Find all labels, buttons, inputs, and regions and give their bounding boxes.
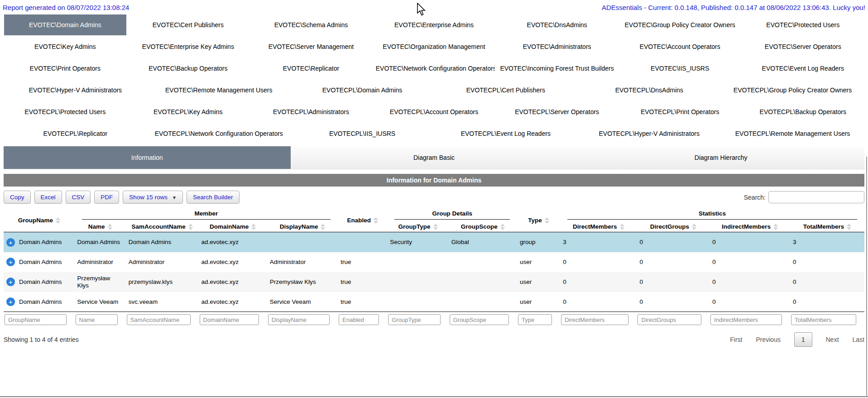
- filter-input-type[interactable]: [518, 314, 552, 325]
- column-header-samaccountname[interactable]: SamAccountName: [126, 221, 199, 232]
- group-tab[interactable]: EVOTECPL\Protected Users: [4, 101, 126, 122]
- group-tab[interactable]: EVOTECPL\Cert Publishers: [434, 80, 577, 101]
- copy-button[interactable]: Copy: [4, 191, 31, 204]
- search-builder-button[interactable]: Search Builder: [187, 191, 240, 204]
- table-row[interactable]: +Domain AdminsService Veeamsvc.veeamad.e…: [4, 292, 864, 312]
- pagination-last[interactable]: Last: [853, 336, 864, 343]
- group-tab[interactable]: EVOTEC\Hyper-V Administrators: [4, 80, 147, 101]
- column-header-grouptype[interactable]: GroupType: [387, 221, 448, 232]
- sort-icon[interactable]: [188, 224, 193, 230]
- filter-input-groupscope[interactable]: [450, 314, 509, 325]
- pagination-next[interactable]: Next: [826, 336, 839, 343]
- column-header-enabled[interactable]: Enabled: [338, 208, 387, 232]
- group-tab[interactable]: EVOTEC\Enterprise Admins: [373, 14, 495, 35]
- filter-input-totalmembers[interactable]: [791, 314, 856, 325]
- group-tab[interactable]: EVOTEC\DnsAdmins: [496, 14, 618, 35]
- sort-icon[interactable]: [56, 217, 60, 224]
- tab-diagram-basic[interactable]: Diagram Basic: [291, 146, 578, 169]
- group-tab[interactable]: EVOTECPL\Remote Management Users: [721, 123, 864, 144]
- column-header-directgroups[interactable]: DirectGroups: [637, 221, 710, 232]
- group-tab[interactable]: EVOTEC\Key Admins: [4, 36, 126, 57]
- group-tab[interactable]: EVOTEC\Organization Management: [373, 36, 495, 57]
- group-tab[interactable]: EVOTEC\Administrators: [496, 36, 618, 57]
- group-tab[interactable]: EVOTECPL\IIS_IUSRS: [291, 123, 434, 144]
- column-header-displayname[interactable]: DisplayName: [267, 221, 338, 232]
- excel-button[interactable]: Excel: [34, 191, 62, 204]
- group-tab[interactable]: EVOTECPL\Hyper-V Administrators: [578, 123, 720, 144]
- sort-icon[interactable]: [374, 217, 378, 224]
- pdf-button[interactable]: PDF: [94, 191, 119, 204]
- filter-input-groupname[interactable]: [5, 314, 67, 325]
- group-tab[interactable]: EVOTECPL\Network Configuration Operators: [148, 123, 290, 144]
- sort-icon[interactable]: [620, 224, 624, 230]
- column-header-totalmembers[interactable]: TotalMembers: [790, 221, 864, 232]
- expand-row-icon[interactable]: +: [6, 278, 15, 286]
- filter-input-enabled[interactable]: [339, 314, 379, 325]
- group-tab[interactable]: EVOTEC\Remote Management Users: [148, 80, 290, 101]
- group-tab[interactable]: EVOTECPL\Server Operators: [496, 101, 618, 122]
- group-tab[interactable]: EVOTECPL\DnsAdmins: [578, 80, 720, 101]
- filter-input-samaccountname[interactable]: [127, 314, 191, 325]
- group-tab[interactable]: EVOTEC\Enterprise Key Admins: [127, 36, 249, 57]
- sort-icon[interactable]: [108, 224, 112, 230]
- group-tab[interactable]: EVOTECPL\Event Log Readers: [434, 123, 577, 144]
- csv-button[interactable]: CSV: [66, 191, 91, 204]
- group-tab[interactable]: EVOTEC\Incoming Forest Trust Builders: [496, 58, 618, 79]
- filter-input-directmembers[interactable]: [561, 314, 628, 325]
- group-tab[interactable]: EVOTEC\Account Operators: [619, 36, 741, 57]
- group-tab[interactable]: EVOTEC\Replicator: [250, 58, 372, 79]
- group-tab[interactable]: EVOTEC\IIS_IUSRS: [619, 58, 741, 79]
- column-header-directmembers[interactable]: DirectMembers: [560, 221, 637, 232]
- group-tab[interactable]: EVOTEC\Server Operators: [742, 36, 864, 57]
- column-header-type[interactable]: Type: [517, 208, 560, 232]
- group-tab[interactable]: EVOTECPL\Domain Admins: [291, 80, 434, 101]
- group-tab[interactable]: EVOTEC\Server Management: [250, 36, 372, 57]
- column-header-groupscope[interactable]: GroupScope: [449, 221, 517, 232]
- sort-icon[interactable]: [433, 224, 438, 230]
- filter-input-indirectmembers[interactable]: [710, 314, 782, 325]
- pagination-first[interactable]: First: [730, 336, 742, 343]
- column-header-groupname[interactable]: GroupName: [4, 208, 75, 232]
- group-tab[interactable]: EVOTECPL\Key Admins: [127, 101, 249, 122]
- pagination-previous[interactable]: Previous: [756, 336, 780, 343]
- filter-input-domainname[interactable]: [200, 314, 259, 325]
- group-tab[interactable]: EVOTECPL\Group Policy Creator Owners: [721, 80, 864, 101]
- sort-icon[interactable]: [773, 224, 778, 230]
- column-header-indirectmembers[interactable]: IndirectMembers: [710, 221, 790, 232]
- filter-input-displayname[interactable]: [268, 314, 330, 325]
- pagination-page-1[interactable]: 1: [794, 332, 812, 347]
- group-tab[interactable]: EVOTEC\Backup Operators: [127, 58, 249, 79]
- column-header-name[interactable]: Name: [75, 221, 126, 232]
- group-tab[interactable]: EVOTEC\Protected Users: [742, 14, 864, 35]
- sort-icon[interactable]: [251, 224, 256, 230]
- group-tab[interactable]: EVOTECPL\Backup Operators: [742, 101, 864, 122]
- sort-icon[interactable]: [321, 224, 325, 230]
- search-input[interactable]: [768, 191, 864, 203]
- filter-input-directgroups[interactable]: [638, 314, 701, 325]
- filter-input-name[interactable]: [76, 314, 118, 325]
- filter-input-grouptype[interactable]: [388, 314, 440, 325]
- table-row[interactable]: +Domain AdminsDomain AdminsDomain Admins…: [4, 232, 864, 252]
- column-header-domainname[interactable]: DomainName: [199, 221, 267, 232]
- show-rows-button[interactable]: Show 15 rows▼: [123, 191, 183, 204]
- group-tab[interactable]: EVOTECPL\Administrators: [250, 101, 372, 122]
- group-tab[interactable]: EVOTEC\Group Policy Creator Owners: [619, 14, 741, 35]
- tab-information[interactable]: Information: [4, 146, 291, 169]
- table-row[interactable]: +Domain AdminsAdministratorAdministrator…: [4, 252, 864, 272]
- group-tab[interactable]: EVOTEC\Print Operators: [4, 58, 126, 79]
- group-tab[interactable]: EVOTEC\Network Configuration Operators: [373, 58, 495, 79]
- sort-icon[interactable]: [545, 217, 549, 224]
- group-tab[interactable]: EVOTEC\Cert Publishers: [127, 14, 249, 35]
- expand-row-icon[interactable]: +: [6, 238, 15, 247]
- group-tab[interactable]: EVOTECPL\Print Operators: [619, 101, 741, 122]
- expand-row-icon[interactable]: +: [6, 258, 15, 266]
- table-row[interactable]: +Domain AdminsPrzemysław Kłysprzemyslaw.…: [4, 272, 864, 292]
- group-tab[interactable]: EVOTEC\Schema Admins: [250, 14, 372, 35]
- tab-diagram-hierarchy[interactable]: Diagram Hierarchy: [577, 146, 864, 169]
- group-tab[interactable]: EVOTEC\Domain Admins: [4, 14, 126, 35]
- sort-icon[interactable]: [847, 224, 851, 230]
- group-tab[interactable]: EVOTECPL\Replicator: [4, 123, 147, 144]
- group-tab[interactable]: EVOTEC\Event Log Readers: [742, 58, 864, 79]
- group-tab[interactable]: EVOTECPL\Account Operators: [373, 101, 495, 122]
- sort-icon[interactable]: [500, 224, 505, 230]
